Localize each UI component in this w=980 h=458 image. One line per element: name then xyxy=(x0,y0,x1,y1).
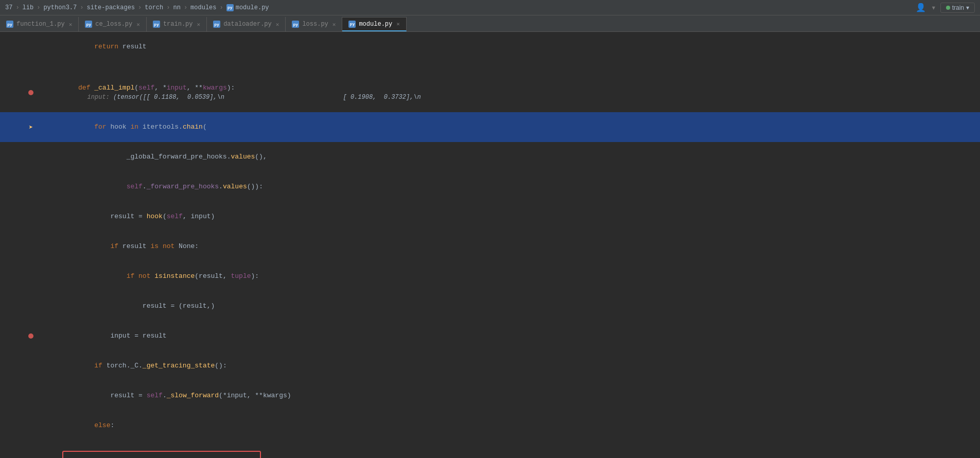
code-line-def: def _call_impl(self, *input, **kwargs): … xyxy=(0,73,980,112)
code-content-if-result: if result is not None: xyxy=(36,232,980,261)
tab-function1-close[interactable]: ✕ xyxy=(69,21,73,28)
code-content-pre2: self._forward_pre_hooks.values()): xyxy=(36,172,980,202)
debug-icon-pre2 xyxy=(26,172,36,202)
code-content-tracing: if torch._C._get_tracing_state(): xyxy=(36,351,980,381)
user-icon[interactable]: 👤 ▾ xyxy=(916,3,936,13)
breadcrumb: 37 › lib › python3.7 › site-packages › t… xyxy=(5,4,269,11)
debug-icon-hook xyxy=(26,202,36,232)
code-content-forward: result = self.forward(*input, **kwargs)| xyxy=(36,441,980,458)
breadcrumb-item-python: python3.7 xyxy=(43,4,77,11)
code-line-pre1: _global_forward_pre_hooks.values(), xyxy=(0,142,980,172)
tab-ce-loss-icon: py xyxy=(85,21,92,28)
code-line-slow-forward: result = self._slow_forward(*input, **kw… xyxy=(0,381,980,411)
run-label: train xyxy=(952,4,964,11)
tab-loss[interactable]: py loss.py ✕ xyxy=(286,17,342,31)
line-number-empty xyxy=(0,62,26,73)
breadcrumb-item-37: 37 xyxy=(5,4,12,11)
code-line-tracing: if torch._C._get_tracing_state(): xyxy=(0,351,980,381)
code-content-pre1: _global_forward_pre_hooks.values(), xyxy=(36,142,980,172)
debug-icon-result-tuple xyxy=(26,291,36,321)
tab-module-label: module.py xyxy=(359,21,392,28)
tab-loss-label: loss.py xyxy=(302,21,328,28)
tab-function1-icon: py xyxy=(6,21,13,28)
line-number-else xyxy=(0,411,26,441)
tab-ce-loss[interactable]: py ce_loss.py ✕ xyxy=(79,17,147,31)
tab-train-close[interactable]: ✕ xyxy=(197,21,201,28)
line-number-slow-forward xyxy=(0,381,26,411)
breadcrumb-item-nn: nn xyxy=(173,4,180,11)
tab-module-icon: py xyxy=(348,21,356,28)
debug-icon-isinstance xyxy=(26,261,36,291)
code-content-empty xyxy=(36,62,980,73)
line-number-hook xyxy=(0,202,26,232)
code-line-result-tuple: result = (result,) xyxy=(0,291,980,321)
code-content-for1: for hook in itertools.chain( xyxy=(36,112,980,142)
tab-ce-loss-close[interactable]: ✕ xyxy=(136,21,140,28)
run-button[interactable]: train ▾ xyxy=(940,3,975,13)
tab-dataloader[interactable]: py dataloader.py ✕ xyxy=(207,17,286,31)
tab-module-close[interactable]: ✕ xyxy=(396,21,400,27)
line-number-if-result xyxy=(0,232,26,261)
code-content-result-tuple: result = (result,) xyxy=(36,291,980,321)
file-icon: py xyxy=(226,4,234,11)
code-line-forward: result = self.forward(*input, **kwargs)| xyxy=(0,441,980,458)
code-content-input-result: input = result xyxy=(36,321,980,351)
breadcrumb-bar: 37 › lib › python3.7 › site-packages › t… xyxy=(0,0,980,15)
tab-train-icon: py xyxy=(153,21,160,28)
tab-dataloader-icon: py xyxy=(213,21,220,28)
tab-function1-label: function_1.py xyxy=(16,21,65,28)
line-number-result-tuple xyxy=(0,291,26,321)
tab-ce-loss-label: ce_loss.py xyxy=(95,21,132,28)
debug-icon-for1: ➤ xyxy=(26,112,36,142)
line-number-forward xyxy=(0,441,26,458)
code-line-if-result: if result is not None: xyxy=(0,232,980,261)
breadcrumb-item-site-packages: site-packages xyxy=(86,4,135,11)
code-line-empty xyxy=(0,62,980,73)
code-line-for1: ➤ for hook in itertools.chain( xyxy=(0,112,980,142)
tab-function1[interactable]: py function_1.py ✕ xyxy=(0,17,79,31)
code-line-pre2: self._forward_pre_hooks.values()): xyxy=(0,172,980,202)
breadcrumb-item-modules: modules xyxy=(190,4,216,11)
code-line-1: return result xyxy=(0,32,980,62)
breakpoint-icon-2 xyxy=(28,333,33,339)
tab-train[interactable]: py train.py ✕ xyxy=(147,17,207,31)
code-line-isinstance: if not isinstance(result, tuple): xyxy=(0,261,980,291)
code-content-hook: result = hook(self, input) xyxy=(36,202,980,232)
code-content-else: else: xyxy=(36,411,980,441)
breadcrumb-item-lib: lib xyxy=(23,4,34,11)
line-number-1 xyxy=(0,32,26,62)
code-content-slow-forward: result = self._slow_forward(*input, **kw… xyxy=(36,381,980,411)
line-number-tracing xyxy=(0,351,26,381)
debug-icon-empty xyxy=(26,62,36,73)
run-dropdown-icon: ▾ xyxy=(966,4,969,11)
tab-dataloader-close[interactable]: ✕ xyxy=(276,21,279,28)
debug-arrow-icon: ➤ xyxy=(29,123,33,132)
debug-icon-pre1 xyxy=(26,142,36,172)
code-content-1: return result xyxy=(36,32,980,62)
tab-dataloader-label: dataloader.py xyxy=(223,21,272,28)
breakpoint-icon xyxy=(28,90,33,95)
line-number-def xyxy=(0,73,26,112)
toolbar-right: 👤 ▾ train ▾ xyxy=(916,3,975,13)
code-line-hook: result = hook(self, input) xyxy=(0,202,980,232)
line-number-input-result xyxy=(0,321,26,351)
debug-icon-1 xyxy=(26,32,36,62)
debug-icon-slow-forward xyxy=(26,381,36,411)
debug-icon-def xyxy=(26,73,36,112)
code-line-input-result: input = result xyxy=(0,321,980,351)
debug-icon-forward xyxy=(26,441,36,458)
debug-icon-else xyxy=(26,411,36,441)
tab-loss-close[interactable]: ✕ xyxy=(332,21,336,28)
code-editor: return result def _call_impl(self, *inpu… xyxy=(0,32,980,458)
code-content-isinstance: if not isinstance(result, tuple): xyxy=(36,261,980,291)
tab-module[interactable]: py module.py ✕ xyxy=(342,17,406,31)
debug-icon-input-result xyxy=(26,321,36,351)
line-number-for1 xyxy=(0,112,26,142)
debug-icon-if-result xyxy=(26,232,36,261)
line-number-pre1 xyxy=(0,142,26,172)
run-status-dot xyxy=(946,6,950,10)
debug-icon-tracing xyxy=(26,351,36,381)
tab-loss-icon: py xyxy=(292,21,299,28)
code-content-def: def _call_impl(self, *input, **kwargs): … xyxy=(36,73,980,112)
code-line-else: else: xyxy=(0,411,980,441)
